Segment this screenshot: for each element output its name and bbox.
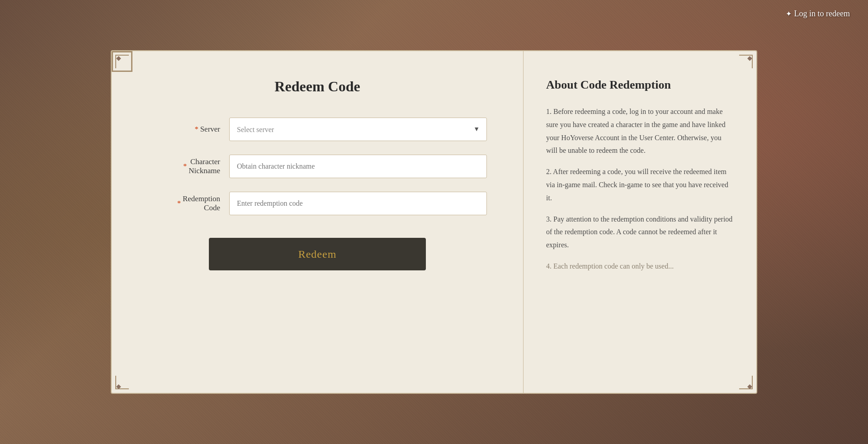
nickname-label: * CharacterNickname (148, 157, 220, 175)
login-button[interactable]: ✦ Log in to redeem (786, 9, 850, 19)
form-title: Redeem Code (274, 78, 360, 95)
info-text: 1. Before redeeming a code, log in to yo… (546, 105, 734, 273)
server-required-star: * (195, 125, 198, 133)
diamond-icon-tl: ◆ (114, 53, 123, 62)
diamond-icon-bl: ◆ (114, 382, 123, 391)
redemption-code-label: * RedemptionCode (148, 194, 220, 213)
server-select[interactable]: Select server America Europe Asia TW/HK/… (229, 118, 487, 141)
form-panel: Redeem Code * Server Select server Ameri… (112, 51, 524, 393)
login-label: Log in to redeem (794, 9, 850, 19)
server-row: * Server Select server America Europe As… (148, 118, 487, 141)
info-paragraph-4: 4. Each redemption code can only be used… (546, 260, 734, 273)
info-paragraph-3: 3. Pay attention to the redemption condi… (546, 213, 734, 252)
diamond-icon-tr: ◆ (745, 53, 754, 62)
redeem-button[interactable]: Redeem (209, 238, 426, 270)
redemption-code-row: * RedemptionCode (148, 192, 487, 215)
diamond-icon-br: ◆ (745, 382, 754, 391)
code-required-star: * (177, 199, 181, 208)
info-paragraph-2: 2. After redeeming a code, you will rece… (546, 165, 734, 204)
redeem-dialog: ◆ ◆ ◆ ◆ Redeem Code * Server Select serv… (111, 50, 757, 394)
server-select-wrapper: Select server America Europe Asia TW/HK/… (229, 118, 487, 141)
nickname-input[interactable] (229, 155, 487, 178)
star-icon: ✦ (786, 9, 792, 18)
form-body: * Server Select server America Europe As… (148, 118, 487, 270)
server-label: * Server (148, 125, 220, 134)
nickname-row: * CharacterNickname (148, 155, 487, 178)
info-paragraph-1: 1. Before redeeming a code, log in to yo… (546, 105, 734, 157)
info-title: About Code Redemption (546, 78, 734, 92)
info-panel: About Code Redemption 1. Before redeemin… (524, 51, 756, 393)
nickname-required-star: * (183, 162, 187, 170)
redemption-code-input[interactable] (229, 192, 487, 215)
